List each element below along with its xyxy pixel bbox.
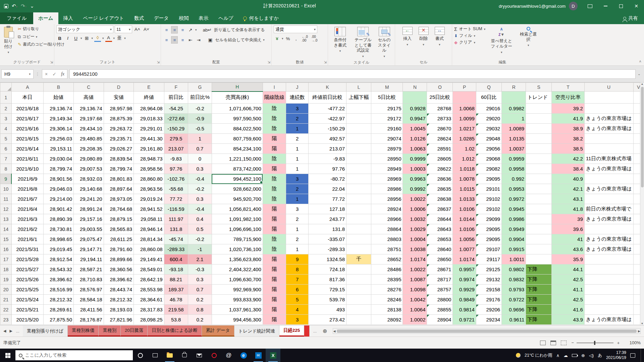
cell-T19[interactable]: 42.5 — [552, 275, 585, 285]
cell-A4[interactable]: 2021/6/16 — [11, 124, 43, 134]
cell-P16[interactable]: 1.0077 — [453, 244, 476, 254]
cell-M14[interactable]: 28864 — [371, 224, 403, 234]
cell-A5[interactable]: 2021/6/15 — [11, 134, 43, 144]
cell-K7[interactable]: -9.83 — [309, 154, 346, 164]
opera-icon[interactable] — [207, 349, 221, 362]
sheet-tab-トレンド統計関連[interactable]: トレンド統計関連 — [234, 325, 279, 337]
cell-J17[interactable]: 9 — [286, 254, 309, 264]
cell-C7[interactable]: 29,080.89 — [74, 154, 104, 164]
delete-cells-button[interactable]: ✕ 削除▾ — [417, 25, 431, 48]
cell-N10[interactable]: 0.9992 — [403, 184, 427, 194]
cell-A1[interactable]: 本日 — [11, 92, 43, 104]
cell-U12[interactable]: 前日の米株式市場で — [584, 204, 633, 214]
cell-N12[interactable]: 1.0006 — [403, 204, 427, 214]
cell-H6[interactable]: 854,234,100 — [212, 144, 263, 154]
cell-K15[interactable]: -335.07 — [309, 234, 346, 244]
tab-review[interactable]: 校閲 — [174, 12, 194, 24]
tab-page-layout[interactable]: ページ レイアウト — [78, 12, 129, 24]
normal-view-icon[interactable] — [540, 341, 546, 345]
cell-K5[interactable]: 492.57 — [309, 134, 346, 144]
cell-R1[interactable] — [502, 92, 526, 104]
row-header-23[interactable]: 23 — [0, 315, 12, 325]
cell-E10[interactable]: 28,963.56 — [134, 184, 164, 194]
column-header-L[interactable]: L — [346, 83, 371, 92]
cell-I13[interactable]: 陽 — [263, 214, 286, 224]
cell-R22[interactable]: 0.9696 — [502, 305, 526, 315]
cell-G13[interactable]: 0.4 — [188, 214, 212, 224]
cell-P7[interactable]: 1.012 — [453, 154, 476, 164]
cell-E17[interactable]: 29,149.41 — [134, 254, 164, 264]
cell-Q23[interactable]: 29234 — [476, 315, 501, 325]
close-button[interactable]: ✕ — [629, 0, 644, 12]
decrease-indent-icon[interactable]: ⇤ — [187, 36, 194, 44]
cell-N11[interactable]: 1.0022 — [403, 194, 427, 204]
cell-K4[interactable]: -150.29 — [309, 124, 346, 134]
expand-formula-bar-icon[interactable]: ⌄ — [638, 72, 643, 76]
cell-L3[interactable] — [346, 114, 371, 124]
autosum-button[interactable]: Σオート SUM ▾ — [454, 26, 485, 32]
cell-K17[interactable]: 1324.58 — [309, 254, 346, 264]
cell-E6[interactable]: 29,161.80 — [134, 144, 164, 154]
cell-F8[interactable]: 97.76 — [164, 164, 188, 174]
cell-N14[interactable]: 1.0029 — [403, 224, 427, 234]
cell-Q18[interactable]: 29125 — [476, 264, 501, 275]
row-header-14[interactable]: 14 — [0, 224, 12, 234]
cell-K12[interactable]: 127.18 — [309, 204, 346, 214]
sheet-tab-累計 データ[interactable]: 累計 データ — [202, 325, 234, 337]
column-header-S[interactable]: S — [526, 83, 552, 92]
cell-C1[interactable]: 高値 — [74, 92, 104, 104]
cell-S21[interactable]: 下降 — [526, 295, 552, 305]
column-header-K[interactable]: K — [309, 83, 346, 92]
cell-L6[interactable] — [346, 144, 371, 154]
cell-O22[interactable]: 28855 — [427, 305, 453, 315]
cell-G1[interactable]: 前日比% — [188, 92, 212, 104]
cell-G21[interactable]: 0.2 — [188, 295, 212, 305]
cell-Q21[interactable]: 29176 — [476, 295, 501, 305]
font-family-select[interactable]: 游ゴシック▾ — [56, 25, 113, 33]
tab-insert[interactable]: 挿入 — [58, 12, 78, 24]
cell-A12[interactable]: 2021/6/4 — [11, 204, 43, 214]
outlook-icon[interactable]: ✉ — [251, 349, 266, 362]
sheet-overflow-right[interactable]: … — [313, 329, 317, 333]
cell-F16[interactable]: -289.33 — [164, 244, 188, 254]
cell-A21[interactable]: 2021/5/24 — [11, 295, 43, 305]
row-header-7[interactable]: 7 — [0, 154, 12, 164]
cell-D16[interactable]: 28,791.60 — [104, 244, 134, 254]
cell-H3[interactable]: 997,590,500 — [212, 114, 263, 124]
task-view-icon[interactable] — [148, 349, 162, 362]
cell-C17[interactable]: 29,194.11 — [74, 254, 104, 264]
cell-H5[interactable]: 807,759,600 — [212, 134, 263, 144]
cell-J4[interactable]: 1 — [286, 124, 309, 134]
cell-U11[interactable] — [584, 194, 633, 204]
cancel-icon[interactable]: × — [45, 71, 48, 77]
align-center-icon[interactable]: ≡ — [171, 36, 178, 44]
cell-O15[interactable]: 28653 — [427, 234, 453, 244]
at-app-icon[interactable]: @ — [221, 349, 236, 362]
cell-U9[interactable] — [584, 174, 633, 184]
font-color-button[interactable]: A — [105, 35, 112, 42]
orientation-icon[interactable]: ↗ — [187, 26, 194, 34]
row-header-22[interactable]: 22 — [0, 305, 12, 315]
cell-I23[interactable]: 陽 — [263, 315, 286, 325]
cell-G11[interactable]: 0.3 — [188, 194, 212, 204]
cell-U1[interactable] — [584, 92, 633, 104]
cell-Q4[interactable]: 29032 — [476, 124, 501, 134]
number-format-select[interactable]: 通貨▾ — [274, 25, 317, 33]
cell-F1[interactable]: 前日比 — [164, 92, 188, 104]
cell-M21[interactable]: 28246 — [371, 295, 403, 305]
format-cells-button[interactable]: ↔ 書式▾ — [433, 25, 447, 48]
cell-T7[interactable]: 42.2 — [552, 154, 585, 164]
cell-M19[interactable]: 28395 — [371, 275, 403, 285]
vertical-scroll-thumb[interactable] — [641, 87, 644, 187]
cell-H15[interactable]: 789,715,900 — [212, 234, 263, 244]
cell-J9[interactable]: 3 — [286, 174, 309, 184]
cell-N22[interactable]: 1.0064 — [403, 305, 427, 315]
cell-U15[interactable]: きょうの東京市場は — [584, 234, 633, 244]
row-header-1[interactable]: 1 — [0, 92, 12, 104]
cell-N6[interactable]: 1.0063 — [403, 144, 427, 154]
cell-P1[interactable] — [453, 92, 476, 104]
increase-indent-icon[interactable]: ⇥ — [195, 36, 202, 44]
cell-U10[interactable]: きょうの東京市場は — [584, 184, 633, 194]
cell-Q16[interactable]: 29107 — [476, 244, 501, 254]
cell-J15[interactable]: 2 — [286, 234, 309, 244]
